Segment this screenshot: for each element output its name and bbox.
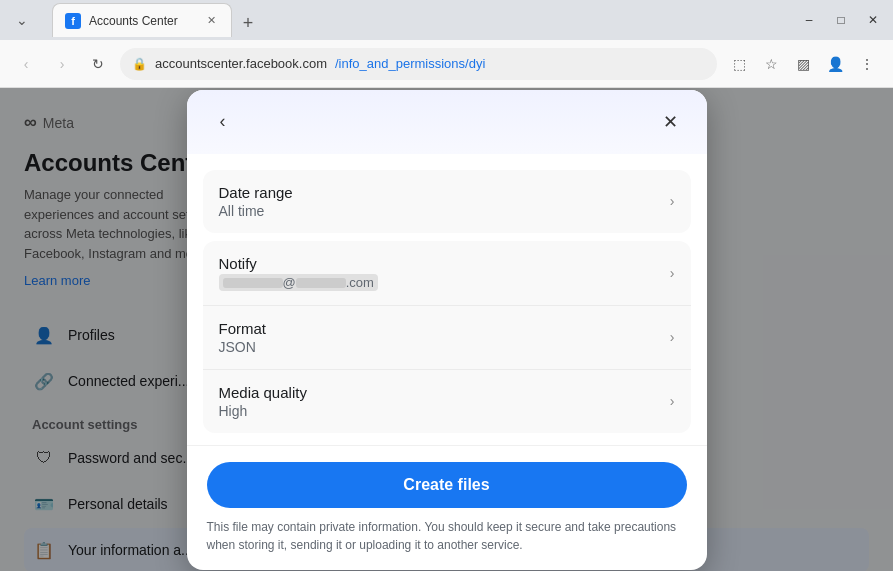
create-files-button[interactable]: Create files <box>207 462 687 508</box>
url-base: accountscenter.facebook.com <box>155 56 327 71</box>
tab-bar: f Accounts Center ✕ + <box>44 3 270 37</box>
modal-body: Date range All time › Notify <box>187 154 707 445</box>
media-quality-label-group: Media quality High <box>219 384 307 419</box>
media-quality-title: Media quality <box>219 384 307 401</box>
format-title: Format <box>219 320 267 337</box>
tab-favicon: f <box>65 13 81 29</box>
format-label-group: Format JSON <box>219 320 267 355</box>
media-quality-chevron: › <box>670 393 675 409</box>
modal-header: ‹ ✕ <box>187 90 707 154</box>
bookmark-button[interactable]: ☆ <box>757 50 785 78</box>
toolbar-actions: ⬚ ☆ ▨ 👤 ⋮ <box>725 50 881 78</box>
tab-close-button[interactable]: ✕ <box>203 13 219 29</box>
modal-back-button[interactable]: ‹ <box>207 106 239 138</box>
menu-button[interactable]: ⋮ <box>853 50 881 78</box>
modal-dialog: ‹ ✕ Date range All time › <box>187 90 707 570</box>
media-quality-value: High <box>219 403 307 419</box>
tab-title: Accounts Center <box>89 14 195 28</box>
notify-email-value: @.com <box>219 274 378 291</box>
back-button[interactable]: ‹ <box>12 50 40 78</box>
url-bar[interactable]: 🔒 accountscenter.facebook.com/info_and_p… <box>120 48 717 80</box>
date-range-title: Date range <box>219 184 293 201</box>
window-controls: ⌄ <box>8 6 36 34</box>
media-quality-item[interactable]: Media quality High › <box>203 370 691 433</box>
date-range-label: Date range All time <box>219 184 293 219</box>
lock-icon: 🔒 <box>132 57 147 71</box>
notify-title: Notify <box>219 255 378 272</box>
refresh-button[interactable]: ↻ <box>84 50 112 78</box>
notify-chevron: › <box>670 265 675 281</box>
dropdown-btn[interactable]: ⌄ <box>8 6 36 34</box>
maximize-button[interactable]: □ <box>829 8 853 32</box>
cast-button[interactable]: ⬚ <box>725 50 753 78</box>
close-window-button[interactable]: ✕ <box>861 8 885 32</box>
address-bar: ‹ › ↻ 🔒 accountscenter.facebook.com/info… <box>0 40 893 88</box>
new-tab-button[interactable]: + <box>234 9 262 37</box>
forward-button[interactable]: › <box>48 50 76 78</box>
title-bar: ⌄ f Accounts Center ✕ + – □ ✕ <box>0 0 893 40</box>
sidebar-button[interactable]: ▨ <box>789 50 817 78</box>
notify-item[interactable]: Notify @.com › <box>203 241 691 306</box>
page-content: ∞ Meta Accounts Center Manage your conne… <box>0 88 893 571</box>
minimize-button[interactable]: – <box>797 8 821 32</box>
format-chevron: › <box>670 329 675 345</box>
modal-overlay[interactable]: ‹ ✕ Date range All time › <box>0 88 893 571</box>
format-value: JSON <box>219 339 267 355</box>
modal-footer: Create files This file may contain priva… <box>187 445 707 570</box>
active-tab[interactable]: f Accounts Center ✕ <box>52 3 232 37</box>
format-item[interactable]: Format JSON › <box>203 306 691 370</box>
date-range-item[interactable]: Date range All time › <box>203 170 691 233</box>
profile-button[interactable]: 👤 <box>821 50 849 78</box>
date-range-chevron: › <box>670 193 675 209</box>
privacy-note: This file may contain private informatio… <box>207 518 687 554</box>
date-range-value: All time <box>219 203 293 219</box>
date-range-group: Date range All time › <box>203 170 691 233</box>
settings-group: Notify @.com › Format JSON <box>203 241 691 433</box>
browser-frame: ⌄ f Accounts Center ✕ + – □ ✕ ‹ › ↻ <box>0 0 893 571</box>
notify-label-group: Notify @.com <box>219 255 378 291</box>
modal-close-button[interactable]: ✕ <box>655 106 687 138</box>
url-path: /info_and_permissions/dyi <box>335 56 485 71</box>
